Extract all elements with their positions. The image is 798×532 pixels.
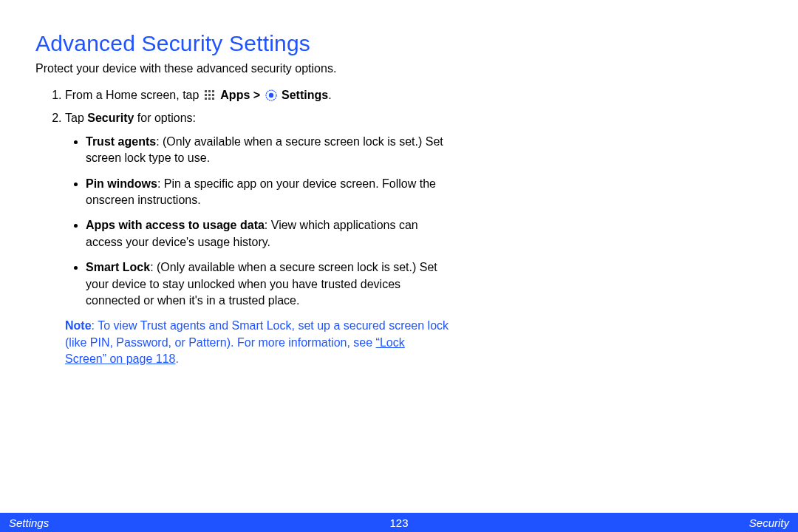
document-page: Advanced Security Settings Protect your … xyxy=(0,0,798,532)
step-1-gt: > xyxy=(253,89,264,101)
step-1-prefix: From a Home screen, tap xyxy=(65,89,202,101)
step-1-period: . xyxy=(328,89,331,101)
step-2: Tap Security for options: Trust agents: … xyxy=(65,110,449,309)
step-1-apps: Apps xyxy=(220,89,250,101)
option-label: Trust agents xyxy=(86,135,156,148)
step-2-suffix: for options: xyxy=(134,112,196,124)
note: Note: To view Trust agents and Smart Loc… xyxy=(65,318,449,367)
svg-rect-6 xyxy=(205,98,207,100)
option-pin-windows: Pin windows: Pin a specific app on your … xyxy=(86,176,449,209)
svg-point-10 xyxy=(268,92,273,97)
step-1: From a Home screen, tap Apps > S xyxy=(65,87,449,103)
note-label: Note xyxy=(65,319,92,332)
option-label: Apps with access to usage data xyxy=(86,219,265,231)
options-list: Trust agents: (Only available when a sec… xyxy=(65,134,449,310)
page-title: Advanced Security Settings xyxy=(35,31,763,56)
step-2-bold: Security xyxy=(87,112,134,124)
svg-rect-1 xyxy=(208,90,211,92)
footer-page-number: 123 xyxy=(389,516,408,529)
svg-rect-0 xyxy=(205,90,207,92)
svg-rect-5 xyxy=(212,94,214,96)
svg-rect-3 xyxy=(205,94,207,96)
svg-rect-7 xyxy=(208,98,211,100)
option-smart-lock: Smart Lock: (Only available when a secur… xyxy=(86,259,449,309)
step-1-settings: Settings xyxy=(282,89,328,101)
svg-rect-4 xyxy=(208,94,211,96)
intro-text: Protect your device with these advanced … xyxy=(35,61,420,77)
footer-right: Security xyxy=(749,516,789,529)
option-trust-agents: Trust agents: (Only available when a sec… xyxy=(86,134,449,167)
page-footer: Settings 123 Security xyxy=(0,513,798,532)
step-list: From a Home screen, tap Apps > S xyxy=(35,87,449,310)
settings-gear-icon xyxy=(265,89,277,101)
svg-rect-2 xyxy=(212,90,214,92)
option-label: Pin windows xyxy=(86,177,157,190)
footer-left: Settings xyxy=(9,516,49,529)
apps-grid-icon xyxy=(204,89,216,101)
note-period: . xyxy=(175,352,178,365)
option-usage-data: Apps with access to usage data: View whi… xyxy=(86,217,449,250)
step-2-prefix: Tap xyxy=(65,112,87,124)
option-label: Smart Lock xyxy=(86,261,150,273)
svg-rect-8 xyxy=(212,98,214,100)
